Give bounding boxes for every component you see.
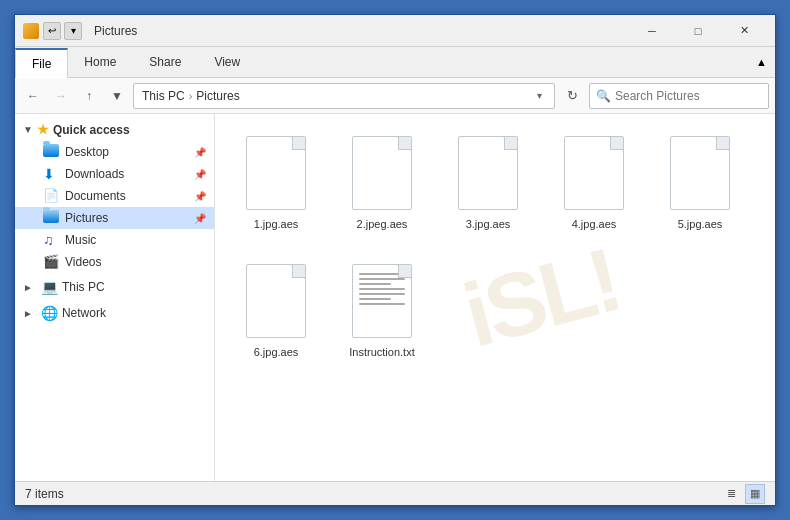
list-item[interactable]: 5.jpg.aes bbox=[655, 126, 745, 238]
explorer-window: ↩ ▾ Pictures ─ □ ✕ File Home Share View … bbox=[14, 14, 776, 506]
status-bar: 7 items ≣ ▦ bbox=[15, 481, 775, 505]
minimize-button[interactable]: ─ bbox=[629, 15, 675, 47]
videos-icon: 🎬 bbox=[43, 254, 59, 270]
forward-button[interactable]: → bbox=[49, 84, 73, 108]
maximize-button[interactable]: □ bbox=[675, 15, 721, 47]
back-button[interactable]: ← bbox=[21, 84, 45, 108]
list-item[interactable]: 4.jpg.aes bbox=[549, 126, 639, 238]
tab-home[interactable]: Home bbox=[68, 47, 133, 77]
txt-line bbox=[359, 298, 391, 300]
downloads-icon: ⬇ bbox=[43, 166, 59, 182]
file-icon-generic bbox=[246, 264, 306, 338]
file-icon-generic bbox=[352, 136, 412, 210]
view-buttons: ≣ ▦ bbox=[721, 484, 765, 504]
recent-locations-button[interactable]: ▼ bbox=[105, 84, 129, 108]
pin-icon: 📌 bbox=[194, 147, 206, 158]
address-bar[interactable]: This PC › Pictures ▾ bbox=[133, 83, 555, 109]
sidebar-item-music[interactable]: ♫ Music bbox=[15, 229, 214, 251]
thispc-icon: 💻 bbox=[41, 279, 58, 295]
addressbar-row: ← → ↑ ▼ This PC › Pictures ▾ ↻ 🔍 bbox=[15, 78, 775, 114]
details-view-button[interactable]: ≣ bbox=[721, 484, 741, 504]
ribbon-collapse-button[interactable]: ▲ bbox=[748, 56, 775, 68]
sidebar-item-videos[interactable]: 🎬 Videos bbox=[15, 251, 214, 273]
ribbon-tabs: File Home Share View ▲ bbox=[15, 47, 775, 77]
up-button[interactable]: ↑ bbox=[77, 84, 101, 108]
list-item[interactable]: 2.jpeg.aes bbox=[337, 126, 427, 238]
content-area: iSL! 1.jpg.aes 2.jpeg.aes bbox=[215, 114, 775, 481]
chevron-down-icon: ▼ bbox=[23, 124, 33, 135]
file-icon-wrapper bbox=[240, 261, 312, 341]
file-icon-wrapper bbox=[452, 133, 524, 213]
window-controls: ─ □ ✕ bbox=[629, 15, 767, 47]
sidebar-item-desktop[interactable]: Desktop 📌 bbox=[15, 141, 214, 163]
file-icon-generic bbox=[458, 136, 518, 210]
tab-file[interactable]: File bbox=[15, 48, 68, 78]
tab-share[interactable]: Share bbox=[133, 47, 198, 77]
file-icon-wrapper bbox=[664, 133, 736, 213]
tab-view[interactable]: View bbox=[198, 47, 257, 77]
quick-access-label: Quick access bbox=[53, 123, 130, 137]
search-input[interactable] bbox=[615, 89, 762, 103]
file-icon-wrapper bbox=[346, 261, 418, 341]
close-button[interactable]: ✕ bbox=[721, 15, 767, 47]
sidebar-videos-label: Videos bbox=[65, 255, 101, 269]
main-area: ▼ ★ Quick access Desktop 📌 ⬇ bbox=[15, 114, 775, 481]
thispc-header[interactable]: ► 💻 This PC bbox=[15, 275, 214, 299]
file-name: 6.jpg.aes bbox=[254, 345, 299, 359]
pin-icon: 📌 bbox=[194, 191, 206, 202]
txt-line bbox=[359, 283, 391, 285]
thispc-label: This PC bbox=[62, 280, 105, 294]
search-icon: 🔍 bbox=[596, 89, 611, 103]
sidebar-section-network: ► 🌐 Network bbox=[15, 301, 214, 325]
list-item[interactable]: 6.jpg.aes bbox=[231, 254, 321, 366]
sidebar-section-thispc: ► 💻 This PC bbox=[15, 275, 214, 299]
sidebar: ▼ ★ Quick access Desktop 📌 ⬇ bbox=[15, 114, 215, 481]
file-icon-wrapper bbox=[240, 133, 312, 213]
network-icon: 🌐 bbox=[41, 305, 58, 321]
app-icon bbox=[23, 23, 39, 39]
sidebar-item-documents[interactable]: 📄 Documents 📌 bbox=[15, 185, 214, 207]
network-label: Network bbox=[62, 306, 106, 320]
ribbon: File Home Share View ▲ bbox=[15, 47, 775, 78]
sidebar-music-label: Music bbox=[65, 233, 96, 247]
file-icon-generic bbox=[670, 136, 730, 210]
txt-line bbox=[359, 278, 405, 280]
file-name: 1.jpg.aes bbox=[254, 217, 299, 231]
chevron-right-icon: ► bbox=[23, 282, 33, 293]
sidebar-item-downloads[interactable]: ⬇ Downloads 📌 bbox=[15, 163, 214, 185]
file-name: 5.jpg.aes bbox=[678, 217, 723, 231]
file-icon-generic bbox=[246, 136, 306, 210]
large-icons-view-button[interactable]: ▦ bbox=[745, 484, 765, 504]
item-count: 7 items bbox=[25, 487, 64, 501]
pin-icon: 📌 bbox=[194, 169, 206, 180]
documents-icon: 📄 bbox=[43, 188, 59, 204]
file-icon-wrapper bbox=[558, 133, 630, 213]
list-item[interactable]: 1.jpg.aes bbox=[231, 126, 321, 238]
txt-line bbox=[359, 288, 405, 290]
file-name: Instruction.txt bbox=[349, 345, 414, 359]
title-bar: ↩ ▾ Pictures ─ □ ✕ bbox=[15, 15, 775, 47]
sidebar-downloads-label: Downloads bbox=[65, 167, 124, 181]
sidebar-pictures-label: Pictures bbox=[65, 211, 108, 225]
desktop-icon bbox=[43, 144, 59, 160]
quick-access-header[interactable]: ▼ ★ Quick access bbox=[15, 118, 214, 141]
sidebar-item-pictures[interactable]: Pictures 📌 bbox=[15, 207, 214, 229]
list-item[interactable]: 3.jpg.aes bbox=[443, 126, 533, 238]
search-box[interactable]: 🔍 bbox=[589, 83, 769, 109]
address-part-thispc[interactable]: This PC bbox=[142, 89, 185, 103]
sidebar-section-quickaccess: ▼ ★ Quick access Desktop 📌 ⬇ bbox=[15, 118, 214, 273]
properties-button[interactable]: ▾ bbox=[64, 22, 82, 40]
chevron-right-icon: ► bbox=[23, 308, 33, 319]
file-name: 4.jpg.aes bbox=[572, 217, 617, 231]
pictures-folder-icon bbox=[43, 210, 59, 226]
undo-button[interactable]: ↩ bbox=[43, 22, 61, 40]
address-dropdown-button[interactable]: ▾ bbox=[533, 90, 546, 101]
title-icon-area: ↩ ▾ bbox=[23, 22, 86, 40]
pin-icon: 📌 bbox=[194, 213, 206, 224]
list-item[interactable]: Instruction.txt bbox=[337, 254, 427, 366]
network-header[interactable]: ► 🌐 Network bbox=[15, 301, 214, 325]
txt-line bbox=[359, 303, 405, 305]
file-icon-generic bbox=[564, 136, 624, 210]
refresh-button[interactable]: ↻ bbox=[559, 83, 585, 109]
sidebar-documents-label: Documents bbox=[65, 189, 126, 203]
